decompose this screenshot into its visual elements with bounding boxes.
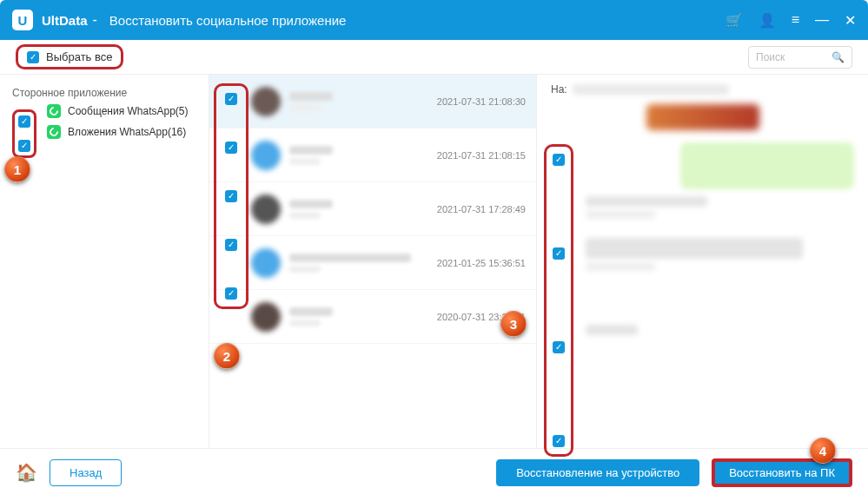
conversation-item[interactable]: 2021-07-31 17:28:49 — [209, 182, 536, 236]
user-icon[interactable]: 👤 — [759, 12, 776, 29]
search-input[interactable]: Поиск 🔍 — [748, 46, 852, 69]
conversation-item[interactable]: 2021-07-31 21:08:30 — [209, 75, 536, 129]
annotation-marker-4: 4 — [810, 438, 836, 464]
annotation-marker-2: 2 — [214, 343, 240, 369]
close-icon[interactable]: ✕ — [845, 12, 856, 29]
annotation-marker-1: 1 — [4, 156, 30, 182]
main-area: Сторонное приложение ✓ ✓ Сообщения Whats… — [0, 75, 868, 448]
conversation-list: ✓ ✓ ✓ ✓ ✓ 2021-07-31 21:08:30 2021-07-31… — [209, 75, 537, 448]
home-icon[interactable]: 🏠 — [16, 462, 37, 483]
message-checkbox-column: ✓ ✓ ✓ ✓ — [544, 144, 573, 457]
message-item — [551, 238, 854, 271]
search-icon: 🔍 — [832, 51, 845, 63]
message-bubble — [680, 142, 854, 189]
sidebar-item-label: Вложения WhatsApp(16) — [68, 126, 186, 138]
recipient-value — [573, 84, 729, 95]
restore-device-button[interactable]: Восстановление на устройство — [496, 459, 699, 486]
minimize-icon[interactable]: — — [815, 12, 829, 28]
avatar — [251, 87, 281, 116]
to-label: На: — [551, 83, 567, 96]
sidebar-checkbox-group: ✓ ✓ — [12, 109, 36, 158]
timestamp: 2021-01-25 15:36:51 — [437, 258, 526, 268]
sidebar-item-whatsapp-attachments[interactable]: Вложения WhatsApp(16) — [47, 125, 189, 139]
detail-panel: На: ✓ ✓ ✓ ✓ — [537, 75, 868, 448]
title-bar: U UltData - Восстановить социальное прил… — [0, 0, 868, 40]
checkbox-icon[interactable]: ✓ — [18, 140, 30, 152]
checkbox-icon[interactable]: ✓ — [225, 190, 237, 202]
app-name: UltData — [42, 13, 88, 28]
search-placeholder: Поиск — [756, 51, 785, 63]
window-subtitle: Восстановить социальное приложение — [109, 13, 347, 28]
checkbox-icon[interactable]: ✓ — [225, 287, 237, 300]
preview-image — [646, 104, 759, 130]
avatar — [251, 248, 281, 278]
menu-icon[interactable]: ≡ — [792, 12, 799, 28]
select-all-label: Выбрать все — [46, 50, 112, 63]
avatar — [251, 141, 281, 170]
message-item — [551, 325, 854, 335]
sidebar-item-label: Сообщения WhatsApp(5) — [68, 105, 189, 117]
sidebar: Сторонное приложение ✓ ✓ Сообщения Whats… — [0, 75, 209, 448]
conversation-checkbox-column: ✓ ✓ ✓ ✓ ✓ — [214, 83, 248, 309]
cart-icon[interactable]: 🛒 — [726, 12, 743, 29]
back-button[interactable]: Назад — [50, 459, 122, 486]
conversation-item[interactable]: 2021-07-31 21:08:15 — [209, 129, 536, 182]
conversation-item[interactable]: 2020-07-31 23:21:21 — [209, 290, 536, 344]
whatsapp-icon — [47, 125, 61, 139]
checkbox-icon[interactable]: ✓ — [18, 115, 30, 128]
checkbox-icon[interactable]: ✓ — [553, 247, 565, 260]
annotation-marker-3: 3 — [500, 311, 527, 337]
whatsapp-icon — [47, 104, 61, 118]
message-item — [551, 196, 854, 219]
timestamp: 2021-07-31 17:28:49 — [437, 204, 526, 214]
sidebar-heading: Сторонное приложение — [12, 87, 196, 99]
checkbox-icon[interactable]: ✓ — [553, 435, 565, 447]
checkbox-icon[interactable]: ✓ — [553, 341, 565, 353]
checkbox-icon[interactable]: ✓ — [553, 154, 565, 166]
checkbox-icon[interactable]: ✓ — [27, 51, 39, 63]
app-logo: U — [12, 10, 33, 30]
toolbar: ✓ Выбрать все Поиск 🔍 — [0, 40, 868, 75]
select-all[interactable]: ✓ Выбрать все — [16, 44, 123, 69]
conversation-item[interactable]: 2021-01-25 15:36:51 — [209, 236, 536, 290]
checkbox-icon[interactable]: ✓ — [225, 142, 237, 154]
timestamp: 2021-07-31 21:08:15 — [437, 150, 526, 161]
footer: 🏠 Назад Восстановление на устройство Вос… — [0, 448, 868, 496]
avatar — [251, 194, 281, 224]
restore-pc-button[interactable]: Восстановить на ПК — [712, 458, 852, 487]
avatar — [251, 302, 281, 332]
sidebar-item-whatsapp-messages[interactable]: Сообщения WhatsApp(5) — [47, 104, 189, 118]
timestamp: 2021-07-31 21:08:30 — [437, 96, 526, 107]
checkbox-icon[interactable]: ✓ — [225, 239, 237, 251]
checkbox-icon[interactable]: ✓ — [225, 93, 237, 105]
